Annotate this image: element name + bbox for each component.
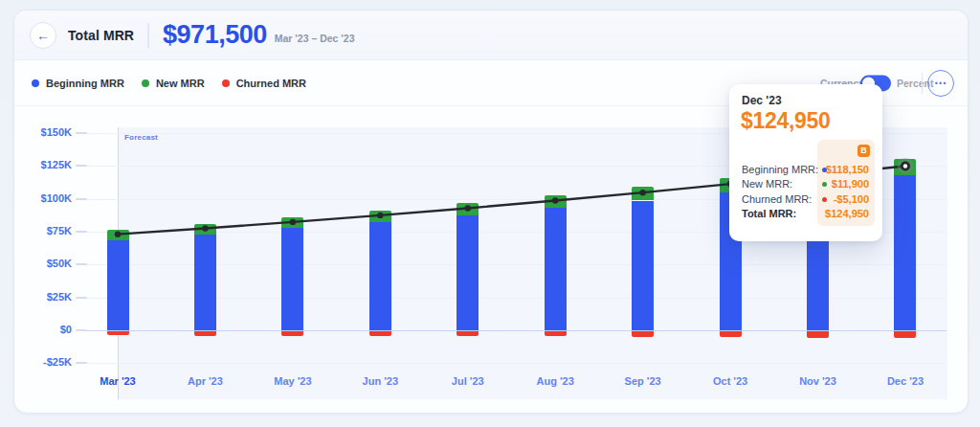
bar-segment-churned-mrr [457,331,479,336]
bar-segment-new-mrr [632,187,654,200]
bar-segment-beginning-mrr [632,201,654,330]
bar-segment-beginning-mrr [194,235,216,330]
bar-segment-churned-mrr [545,331,567,336]
bar-segment-beginning-mrr [281,228,303,330]
bar-segment-churned-mrr [107,331,129,335]
tooltip-row-label: Total MRR: [742,208,796,219]
tooltip-row-label: Churned MRR: [742,193,812,205]
bar-segment-beginning-mrr [457,215,479,330]
bar-segment-churned-mrr [894,331,916,338]
bar-segment-churned-mrr [281,331,303,336]
tooltip-row-dot-icon [822,182,827,187]
x-axis-label-mar-23: Mar '23 [87,375,148,387]
bar-segment-churned-mrr [194,331,216,336]
forecast-label: Forecast [124,133,158,142]
x-axis-label-nov-23: Nov '23 [788,375,849,387]
y-axis-tick-label: -$25K [18,356,72,368]
y-axis-tick-label: $50K [18,258,72,269]
tooltip-row-label: Beginning MRR: [742,164,818,175]
tooltip-row-beginning-mrr: Beginning MRR:$118,150 [742,163,869,177]
x-axis-label-jul-23: Jul '23 [437,375,499,387]
bar-segment-new-mrr [194,224,216,235]
chart-tooltip: Dec '23 $124,950 B Beginning MRR:$118,15… [729,84,882,241]
tooltip-series-badge: B [858,145,870,157]
bar-segment-beginning-mrr [107,240,129,330]
y-axis-tick-label: $150K [18,126,72,138]
bar-segment-new-mrr [457,203,479,215]
bar-segment-new-mrr [369,211,391,222]
tooltip-row-churned-mrr: Churned MRR:-$5,100 [742,192,869,207]
gridline [87,363,947,364]
y-axis-tick [76,297,87,299]
tooltip-row-value: $11,900 [832,178,869,190]
y-axis-tick-label: $75K [18,225,72,236]
y-axis-tick [76,263,87,265]
y-axis-tick [76,132,87,134]
y-axis-tick-label: $125K [18,159,72,170]
tooltip-row-total-mrr: Total MRR:$124,950 [742,207,869,221]
tooltip-row-label: New MRR: [742,178,792,190]
bar-segment-churned-mrr [720,331,742,337]
bar-segment-churned-mrr [632,331,654,337]
y-axis-tick-label: $100K [18,192,72,204]
y-axis-tick [76,329,87,331]
y-axis-tick-label: $25K [18,291,72,303]
x-axis-label-dec-23: Dec '23 [875,375,936,387]
x-axis-label-jun-23: Jun '23 [349,375,411,387]
x-axis-label-apr-23: Apr '23 [174,375,235,387]
tooltip-row-dot-icon [822,197,827,202]
x-axis-label-may-23: May '23 [262,375,323,387]
x-axis-label-oct-23: Oct '23 [700,375,761,387]
bar-segment-beginning-mrr [545,208,567,330]
bar-segment-beginning-mrr [894,175,916,330]
x-axis-label-sep-23: Sep '23 [612,375,674,387]
bar-segment-new-mrr [894,159,916,174]
y-axis-tick [76,362,87,364]
tooltip-row-value: $118,150 [826,164,869,175]
bar-segment-new-mrr [281,217,303,228]
bar-segment-new-mrr [107,230,129,239]
bar-segment-churned-mrr [807,331,829,338]
bar-segment-beginning-mrr [369,222,391,330]
bar-segment-churned-mrr [369,331,391,336]
y-axis-tick [76,231,87,233]
y-axis-tick [76,198,87,200]
tooltip-row-new-mrr: New MRR:$11,900 [742,177,869,191]
tooltip-row-value: $124,950 [825,208,869,219]
bar-segment-new-mrr [545,195,567,208]
tooltip-month: Dec '23 [742,94,782,107]
tooltip-row-value: -$5,100 [834,193,869,205]
x-axis-label-aug-23: Aug '23 [524,375,586,387]
y-axis-tick-label: $0 [18,324,72,335]
y-axis-tick [76,165,87,167]
tooltip-total-value: $124,950 [741,108,831,134]
